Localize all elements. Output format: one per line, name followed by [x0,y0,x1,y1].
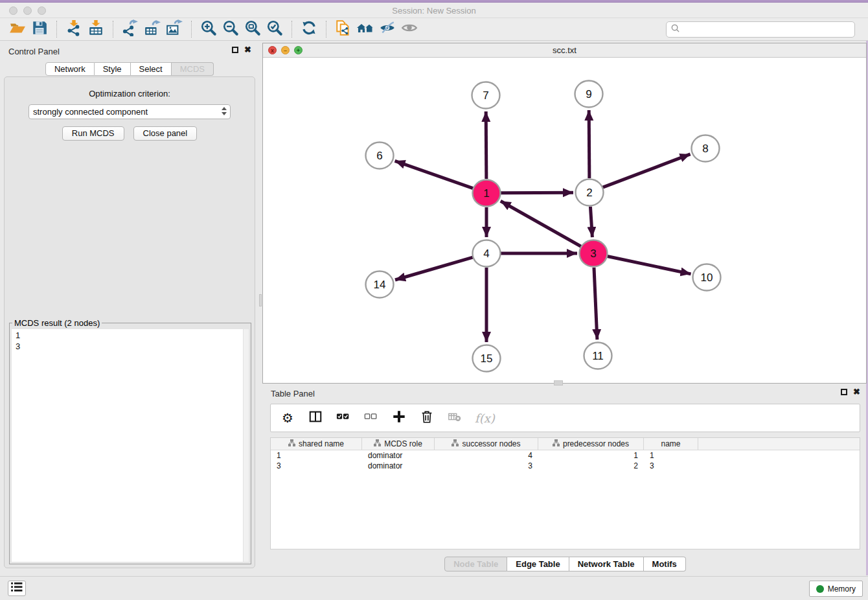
cell-name[interactable]: 3 [644,461,698,470]
export-table-button[interactable] [141,19,163,40]
zoom-fit-button[interactable] [242,19,264,40]
node-15[interactable]: 15 [473,345,501,372]
node-11[interactable]: 11 [584,343,612,369]
svg-text:14: 14 [374,279,386,291]
edge-2-3[interactable] [590,207,592,237]
memory-button[interactable]: Memory [809,581,863,597]
svg-text:7: 7 [483,89,488,102]
mcds-result-scrollbar[interactable] [243,329,249,562]
run-mcds-button[interactable]: Run MCDS [62,126,124,141]
edge-2-8[interactable] [603,154,691,187]
toolbar-separator [326,21,326,38]
edge-2-9[interactable] [589,110,589,178]
edge-1-6[interactable] [395,161,474,188]
node-4[interactable]: 4 [473,240,501,267]
import-network-icon [65,19,82,39]
save-session-button[interactable] [29,19,51,40]
tab-mcds[interactable]: MCDS [172,62,214,76]
refresh-icon [301,19,317,39]
export-network-button[interactable] [119,19,141,40]
tab-motifs[interactable]: Motifs [644,557,686,571]
home-button[interactable] [354,19,376,40]
edge-1-2[interactable] [501,192,573,193]
node-2[interactable]: 2 [576,179,604,206]
cell-mcds-role[interactable]: dominator [362,451,435,460]
table-toolbar: ⚙ f(x) [270,404,860,432]
edge-3-11[interactable] [594,268,597,340]
control-panel-close-icon[interactable]: ✖ [244,47,251,53]
tab-style[interactable]: Style [95,62,131,76]
cell-shared-name[interactable]: 3 [271,461,362,470]
tab-node-table[interactable]: Node Table [444,557,507,571]
edge-1-7[interactable] [486,111,486,179]
list-icon [10,582,23,595]
tab-network[interactable]: Network [45,62,95,76]
edge-3-1[interactable] [501,201,581,246]
column-header-predecessor-nodes[interactable]: predecessor nodes [538,438,644,450]
export-image-button[interactable] [163,19,185,40]
import-table-button[interactable] [85,19,107,40]
network-canvas[interactable]: 7968124314101511 [263,58,866,383]
table-panel-close-icon[interactable]: ✖ [853,389,860,395]
node-1[interactable]: 1 [473,180,501,207]
zoom-in-button[interactable] [198,19,220,40]
edge-3-10[interactable] [608,257,691,274]
duplicate-network-button[interactable] [332,19,354,40]
table-panel-float-icon[interactable] [841,389,847,395]
column-header-shared-name[interactable]: shared name [271,438,362,450]
tab-select[interactable]: Select [131,62,172,76]
column-header-label: shared name [299,439,344,448]
gear-icon: ⚙ [282,411,293,425]
cell-name[interactable]: 1 [644,451,698,460]
cell-predecessor-nodes[interactable]: 1 [538,451,644,460]
optimization-criterion-select[interactable]: strongly connected component [29,104,231,119]
refresh-button[interactable] [298,19,320,40]
table-settings-button[interactable]: ⚙ [280,410,295,426]
column-header-mcds-role[interactable]: MCDS role [362,438,435,450]
control-panel-float-icon[interactable] [232,47,238,53]
column-header-successor-nodes[interactable]: successor nodes [435,438,538,450]
open-file-button[interactable] [6,19,29,40]
task-history-button[interactable] [8,581,26,596]
unselect-all-button[interactable] [363,410,379,426]
close-panel-button[interactable]: Close panel [133,126,198,141]
node-9[interactable]: 9 [575,81,603,108]
tab-network-table[interactable]: Network Table [569,557,644,571]
node-8[interactable]: 8 [692,135,720,162]
column-header-name[interactable]: name [644,438,698,450]
cell-mcds-role[interactable]: dominator [362,461,435,470]
network-window-titlebar[interactable]: x – + scc.txt [263,43,866,58]
table-row[interactable]: 3dominator323 [271,461,860,471]
zoom-out-button[interactable] [220,19,242,40]
node-6[interactable]: 6 [366,143,394,169]
main-toolbar [0,18,868,41]
eye-icon [401,19,418,39]
search-box [666,21,855,38]
node-14[interactable]: 14 [366,271,394,298]
cell-predecessor-nodes[interactable]: 2 [538,461,644,470]
column-type-icon [374,439,381,448]
mcds-panel: Optimization criterion: strongly connect… [4,76,255,568]
node-10[interactable]: 10 [693,264,721,291]
hide-panels-button[interactable] [376,19,398,40]
export-network-icon [122,19,139,39]
table-row[interactable]: 1dominator411 [271,450,860,461]
search-input[interactable] [683,25,851,34]
edge-4-14[interactable] [395,257,473,280]
delete-column-button[interactable] [419,410,435,426]
cell-shared-name[interactable]: 1 [271,451,362,460]
vertical-splitter-handle[interactable] [259,294,262,306]
select-all-button[interactable] [336,410,351,426]
cell-successor-nodes[interactable]: 4 [435,451,538,460]
zoom-selected-button[interactable] [264,19,286,40]
show-columns-button[interactable] [308,410,323,426]
node-7[interactable]: 7 [472,82,500,109]
checked-boxes-icon [336,410,350,426]
cell-successor-nodes[interactable]: 3 [435,461,538,470]
tab-edge-table[interactable]: Edge Table [507,557,569,571]
create-column-button[interactable] [391,410,407,426]
network-graph: 7968124314101511 [263,58,866,383]
node-3[interactable]: 3 [580,240,608,267]
columns-icon [308,410,323,426]
import-network-button[interactable] [63,19,85,40]
